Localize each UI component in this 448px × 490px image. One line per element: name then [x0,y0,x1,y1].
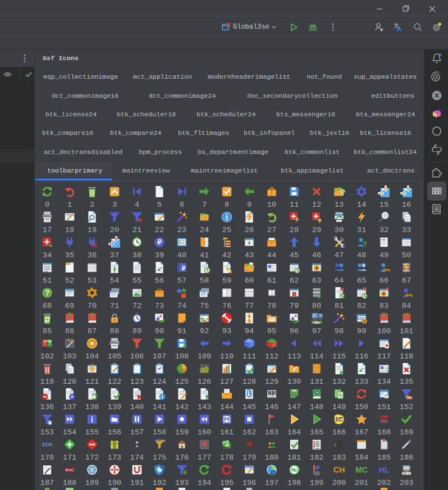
svg-text:₽: ₽ [182,265,186,271]
svg-text:HL: HL [378,465,389,474]
svg-text:CH: CH [333,465,345,474]
svg-text:200: 200 [292,389,296,392]
svg-text:₽: ₽ [157,238,162,246]
svg-text:MC: MC [355,465,368,474]
svg-text:?: ? [363,241,367,248]
svg-text:A: A [435,206,438,210]
svg-text:ФНС: ФНС [65,468,74,473]
svg-text:№: № [291,467,297,473]
svg-text:ЕСН: ЕСН [42,442,52,447]
svg-text:₽: ₽ [296,395,299,400]
svg-text:A: A [397,25,401,32]
svg-text:?: ? [45,288,50,297]
svg-text:ПФР: ПФР [380,415,388,420]
svg-text:12345: 12345 [269,395,276,398]
